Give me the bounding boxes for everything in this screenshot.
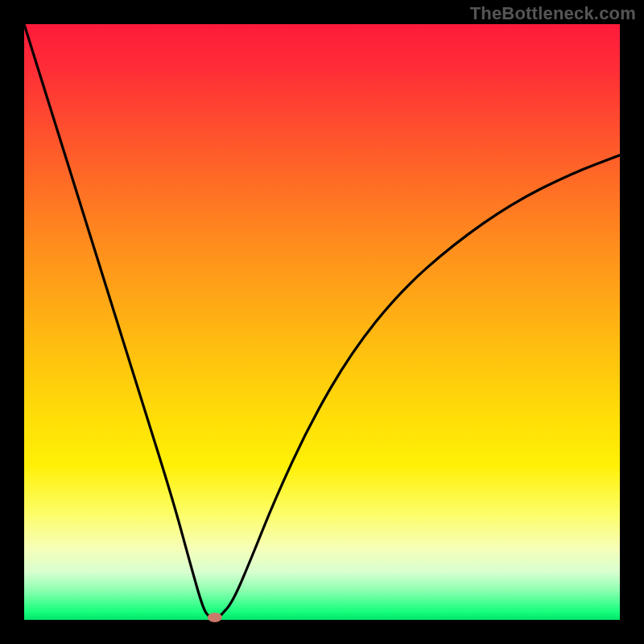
plot-area <box>24 24 620 620</box>
curve-svg <box>24 24 620 620</box>
optimum-marker <box>208 613 222 622</box>
chart-frame: TheBottleneck.com <box>0 0 644 644</box>
watermark-text: TheBottleneck.com <box>470 3 636 24</box>
bottleneck-curve <box>24 24 620 619</box>
